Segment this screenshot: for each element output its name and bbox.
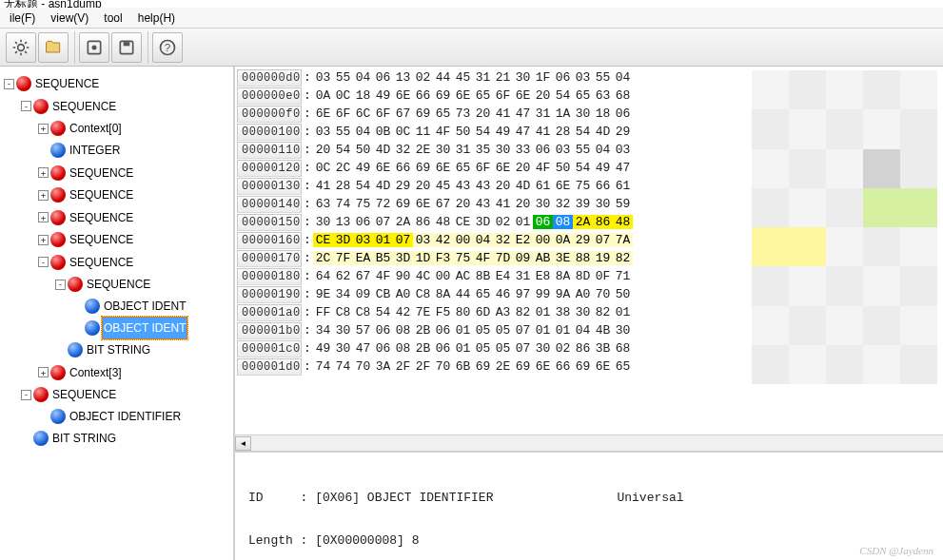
hex-byte[interactable]: 2E <box>493 359 513 374</box>
tree-item-n13[interactable]: +Context[3] <box>38 361 233 383</box>
hex-byte[interactable]: 82 <box>613 251 633 265</box>
hex-byte[interactable]: 49 <box>593 161 613 175</box>
hex-byte[interactable]: 0B <box>373 125 393 139</box>
hex-byte[interactable]: 6D <box>473 305 493 319</box>
hex-byte[interactable]: 62 <box>333 269 353 283</box>
hex-byte[interactable]: B5 <box>373 251 393 265</box>
hex-byte[interactable]: 47 <box>513 106 533 121</box>
hex-byte[interactable]: 20 <box>513 161 533 175</box>
menu-help[interactable]: help(H) <box>130 10 183 27</box>
hex-byte[interactable]: 2B <box>413 323 433 338</box>
hex-byte[interactable]: 82 <box>593 305 613 319</box>
hex-offset[interactable]: 00000190 <box>237 286 302 303</box>
hex-bytes[interactable]: 9E3409CBA0C88A44654697999AA07050 <box>313 287 633 301</box>
hex-byte[interactable]: 54 <box>373 305 393 319</box>
hex-byte[interactable]: 6E <box>513 88 533 103</box>
hex-offset[interactable]: 00000170 <box>237 250 302 267</box>
tree-label[interactable]: OBJECT IDENTIFIER <box>68 405 183 428</box>
hex-byte[interactable]: 6E <box>393 88 413 103</box>
hex-byte[interactable]: 54 <box>473 125 493 139</box>
hex-offset[interactable]: 00000110 <box>237 142 302 159</box>
hex-byte[interactable]: 50 <box>553 161 573 175</box>
hex-byte[interactable]: 54 <box>333 143 353 157</box>
hex-byte[interactable]: 2F <box>413 359 433 374</box>
hex-byte[interactable]: 82 <box>513 305 533 319</box>
hex-byte[interactable]: 2E <box>413 143 433 157</box>
hex-byte[interactable]: 0C <box>313 161 333 175</box>
hex-byte[interactable]: 41 <box>493 197 513 211</box>
hex-byte[interactable]: 04 <box>613 70 633 85</box>
tree-item-n4[interactable]: +SEQUENCE <box>38 162 233 183</box>
toolbar-open-button[interactable] <box>38 32 69 63</box>
tree-item-n5[interactable]: +SEQUENCE <box>38 184 233 206</box>
hex-byte[interactable]: 04 <box>353 70 373 85</box>
hex-byte[interactable]: 6E <box>433 161 453 175</box>
hex-byte[interactable]: 55 <box>333 125 353 139</box>
hex-offset[interactable]: 000001d0 <box>237 358 302 376</box>
hex-byte[interactable]: 66 <box>553 359 573 374</box>
hex-byte[interactable]: 30 <box>573 305 593 319</box>
hex-offset[interactable]: 00000120 <box>237 160 302 177</box>
hex-byte[interactable]: 66 <box>593 179 613 193</box>
hex-byte[interactable]: 3D <box>393 251 413 265</box>
hex-byte[interactable]: 0C <box>393 125 413 139</box>
hex-byte[interactable]: 6E <box>593 359 613 374</box>
hex-byte[interactable]: 06 <box>373 323 393 338</box>
hex-byte[interactable]: 67 <box>393 106 413 121</box>
hex-byte[interactable]: CE <box>453 215 473 229</box>
hex-byte[interactable]: 43 <box>453 179 473 193</box>
tree-label[interactable]: BIT STRING <box>50 427 118 450</box>
hex-byte[interactable]: 29 <box>573 233 593 247</box>
hex-byte[interactable]: 88 <box>573 251 593 265</box>
menu-file[interactable]: ile(F) <box>2 10 43 27</box>
hex-offset[interactable]: 00000180 <box>237 268 302 285</box>
hex-byte[interactable]: 30 <box>333 341 353 356</box>
tree-label[interactable]: SEQUENCE <box>33 72 101 95</box>
expand-icon[interactable]: + <box>38 212 49 222</box>
hex-byte[interactable]: 4F <box>373 269 393 283</box>
hex-byte[interactable]: 38 <box>553 305 573 319</box>
hex-byte[interactable]: 13 <box>393 70 413 85</box>
hex-byte[interactable]: 9A <box>553 287 573 301</box>
hex-byte[interactable]: 02 <box>553 341 573 356</box>
hex-bytes[interactable]: 34305706082B06010505070101044B30 <box>313 323 633 338</box>
hex-byte[interactable]: 41 <box>533 125 553 139</box>
hex-byte[interactable]: 20 <box>513 197 533 211</box>
hex-byte[interactable]: 06 <box>533 143 553 157</box>
hex-byte[interactable]: 07 <box>513 341 533 356</box>
expand-icon[interactable]: + <box>38 367 49 377</box>
hex-byte[interactable]: 66 <box>393 161 413 175</box>
hex-byte[interactable]: 54 <box>353 179 373 193</box>
hex-byte[interactable]: 30 <box>613 323 633 338</box>
tree-item-n2[interactable]: +Context[0] <box>38 118 233 140</box>
hex-byte[interactable]: 03 <box>313 125 333 139</box>
hex-byte[interactable]: 69 <box>393 197 413 211</box>
hex-byte[interactable]: 32 <box>393 143 413 157</box>
hex-byte[interactable]: 65 <box>453 161 473 175</box>
hex-offset[interactable]: 00000130 <box>237 178 302 195</box>
toolbar-settings-button[interactable] <box>6 32 36 63</box>
hex-byte[interactable]: 74 <box>333 197 353 211</box>
hex-byte[interactable]: 4C <box>413 269 433 283</box>
hex-byte[interactable]: 6E <box>493 161 513 175</box>
hex-byte[interactable]: 04 <box>573 323 593 338</box>
hex-byte[interactable]: 05 <box>493 341 513 356</box>
tree-item-n11[interactable]: OBJECT IDENT <box>72 318 233 339</box>
hex-byte[interactable]: 41 <box>313 179 333 193</box>
hex-bytes[interactable]: 6E6F6C6F67696573204147311A301806 <box>313 106 633 121</box>
hex-byte[interactable]: 01 <box>453 341 473 356</box>
hex-bytes[interactable]: CE3D0301070342000432E2000A29077A <box>313 233 633 247</box>
hex-byte[interactable]: 2C <box>313 251 333 265</box>
hex-byte[interactable]: 07 <box>393 233 413 247</box>
hex-byte[interactable]: 75 <box>453 251 473 265</box>
hex-bytes[interactable]: 63747572696E67204341203032393059 <box>313 197 633 211</box>
hex-byte[interactable]: 06 <box>533 215 553 229</box>
scroll-left-button[interactable]: ◄ <box>235 436 251 451</box>
hex-byte[interactable]: 70 <box>593 287 613 301</box>
hex-bytes[interactable]: 301306072A8648CE3D020106082A8648 <box>313 215 633 229</box>
hex-byte[interactable]: 49 <box>373 88 393 103</box>
hex-byte[interactable]: 65 <box>573 88 593 103</box>
hex-byte[interactable]: 6C <box>353 106 373 121</box>
hex-byte[interactable]: 03 <box>353 233 373 247</box>
hex-byte[interactable]: 1D <box>413 251 433 265</box>
